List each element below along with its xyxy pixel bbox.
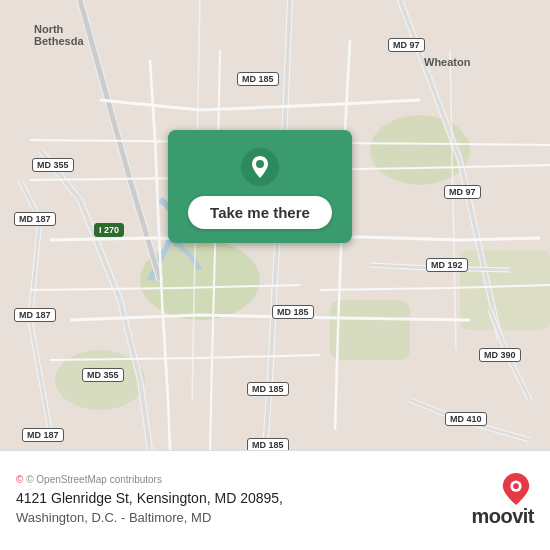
road-badge-md185-top: MD 185 — [237, 72, 279, 86]
road-badge-md185-lower: MD 185 — [272, 305, 314, 319]
road-badge-md185-lower2: MD 185 — [247, 382, 289, 396]
road-badge-md355-lower: MD 355 — [82, 368, 124, 382]
svg-point-9 — [513, 483, 519, 489]
address-line1: 4121 Glenridge St, Kensington, MD 20895, — [16, 489, 459, 509]
address-line2: Washington, D.C. - Baltimore, MD — [16, 509, 459, 527]
road-badge-md410: MD 410 — [445, 412, 487, 426]
copyright-label: © OpenStreetMap contributors — [26, 474, 162, 485]
road-badge-md390: MD 390 — [479, 348, 521, 362]
area-label-north-bethesda: NorthBethesda — [30, 22, 88, 48]
road-badge-i270: I 270 — [94, 223, 124, 237]
svg-rect-5 — [460, 250, 550, 330]
road-badge-md185-bottom: MD 185 — [247, 438, 289, 450]
map-area: NorthBethesda Wheaton MD 97 MD 185 MD 97… — [0, 0, 550, 450]
osm-icon: © — [16, 474, 23, 485]
green-panel: Take me there — [168, 130, 352, 243]
moovit-logo: moovit — [471, 473, 534, 528]
moovit-pin-icon — [502, 473, 530, 505]
road-badge-md187-lower: MD 187 — [22, 428, 64, 442]
road-badge-md192: MD 192 — [426, 258, 468, 272]
address-section: © © OpenStreetMap contributors 4121 Glen… — [16, 474, 459, 527]
road-badge-md97-top: MD 97 — [388, 38, 425, 52]
location-pin-icon — [241, 148, 279, 186]
svg-rect-3 — [330, 300, 410, 360]
bottom-bar: © © OpenStreetMap contributors 4121 Glen… — [0, 450, 550, 550]
svg-point-7 — [256, 160, 264, 168]
moovit-text: moovit — [471, 505, 534, 528]
road-badge-md97-mid: MD 97 — [444, 185, 481, 199]
copyright-text: © © OpenStreetMap contributors — [16, 474, 459, 485]
take-me-there-button[interactable]: Take me there — [188, 196, 332, 229]
button-overlay: Take me there — [155, 130, 365, 243]
area-label-wheaton: Wheaton — [420, 55, 474, 69]
road-badge-md187-top: MD 187 — [14, 212, 56, 226]
road-badge-md187-mid: MD 187 — [14, 308, 56, 322]
road-badge-md355-top: MD 355 — [32, 158, 74, 172]
